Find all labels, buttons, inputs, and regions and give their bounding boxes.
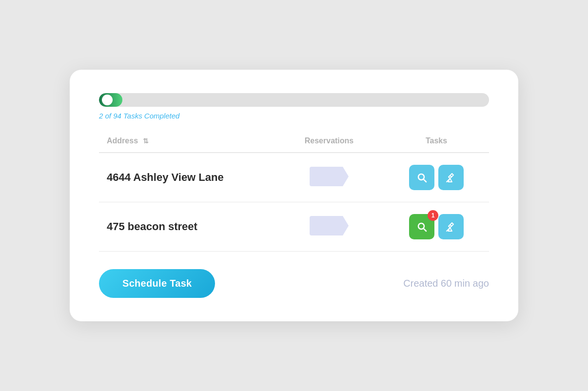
created-label: Created 60 min ago <box>403 278 489 289</box>
tasks-cell <box>384 153 489 202</box>
progress-section: 2 of 94 Tasks Completed <box>99 93 489 120</box>
progress-bar-fill <box>99 93 122 107</box>
card-footer: Schedule Task Created 60 min ago <box>99 269 489 298</box>
task-buttons <box>392 165 481 190</box>
reservation-shape <box>310 216 349 235</box>
sort-icon: ⇅ <box>143 137 149 145</box>
col-header-reservations: Reservations <box>274 130 384 153</box>
table-header-row: Address ⇅ Reservations Tasks <box>99 130 489 153</box>
col-header-tasks: Tasks <box>384 130 489 153</box>
broom-task-button[interactable] <box>438 214 464 239</box>
tasks-cell: 1 <box>384 202 489 252</box>
search-task-button-active[interactable]: 1 <box>409 214 434 239</box>
task-badge: 1 <box>428 210 438 221</box>
address-cell: 4644 Ashley View Lane <box>99 153 274 202</box>
properties-table: Address ⇅ Reservations Tasks 4644 Ashley… <box>99 130 489 252</box>
col-header-address[interactable]: Address ⇅ <box>99 130 274 153</box>
search-task-button[interactable] <box>409 165 434 190</box>
schedule-task-button[interactable]: Schedule Task <box>99 269 215 298</box>
task-buttons: 1 <box>392 214 481 239</box>
reservation-cell <box>274 153 384 202</box>
search-icon <box>416 172 428 183</box>
progress-bar-track <box>99 93 489 107</box>
address-cell: 475 beacon street <box>99 202 274 252</box>
broom-task-button[interactable] <box>438 165 464 190</box>
progress-label: 2 of 94 Tasks Completed <box>99 112 489 120</box>
search-icon <box>416 221 428 233</box>
broom-icon <box>445 221 457 233</box>
reservation-cell <box>274 202 384 252</box>
main-card: 2 of 94 Tasks Completed Address ⇅ Reserv… <box>70 70 518 321</box>
table-row: 4644 Ashley View Lane <box>99 153 489 202</box>
broom-icon <box>445 172 457 183</box>
reservation-shape <box>310 167 349 186</box>
toggle-knob <box>102 95 113 105</box>
table-row: 475 beacon street 1 <box>99 202 489 252</box>
